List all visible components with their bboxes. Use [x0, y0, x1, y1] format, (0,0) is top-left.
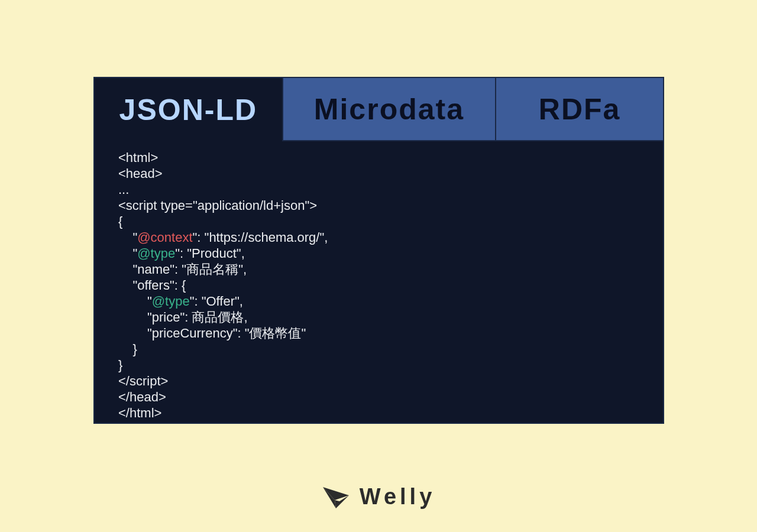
code-seg: "	[118, 246, 137, 261]
tab-microdata[interactable]: Microdata	[282, 78, 496, 141]
code-line: </head>	[118, 390, 166, 404]
code-seg: ": "https://schema.org/",	[193, 230, 328, 245]
tab-label: JSON-LD	[119, 93, 257, 127]
code-card: JSON-LD Microdata RDFa <html> <head> ...…	[93, 77, 664, 424]
tab-bar: JSON-LD Microdata RDFa	[95, 78, 663, 141]
code-line: {	[118, 214, 122, 229]
code-key-context: @context	[137, 230, 192, 245]
code-line: }	[118, 358, 122, 372]
code-line: <head>	[118, 166, 163, 181]
code-seg: ": "Offer",	[190, 294, 243, 309]
code-seg: "	[118, 230, 137, 245]
tab-label: RDFa	[539, 92, 621, 126]
code-key-type: @type	[152, 294, 190, 309]
code-line: </html>	[118, 406, 161, 420]
code-line: "offers": {	[118, 278, 186, 293]
code-line: "name": "商品名稱",	[118, 262, 247, 277]
code-line: }	[118, 342, 137, 356]
brand-name: Welly	[360, 484, 436, 510]
code-line: <html>	[118, 150, 158, 165]
code-line: <script type="application/ld+json">	[118, 198, 317, 213]
code-block: <html> <head> ... <script type="applicat…	[95, 141, 663, 433]
brand: Welly	[0, 484, 757, 510]
code-seg: "	[118, 294, 152, 309]
paper-plane-icon	[322, 484, 351, 510]
tab-json-ld[interactable]: JSON-LD	[95, 78, 282, 141]
code-line: </script>	[118, 374, 168, 388]
code-line: "price": 商品價格,	[118, 310, 248, 325]
code-seg: ": "Product",	[175, 246, 245, 261]
tab-label: Microdata	[314, 92, 464, 126]
code-line: "priceCurrency": "價格幣值"	[118, 326, 306, 340]
code-key-type: @type	[137, 246, 175, 261]
code-line: ...	[118, 182, 129, 197]
tab-rdfa[interactable]: RDFa	[495, 78, 663, 141]
